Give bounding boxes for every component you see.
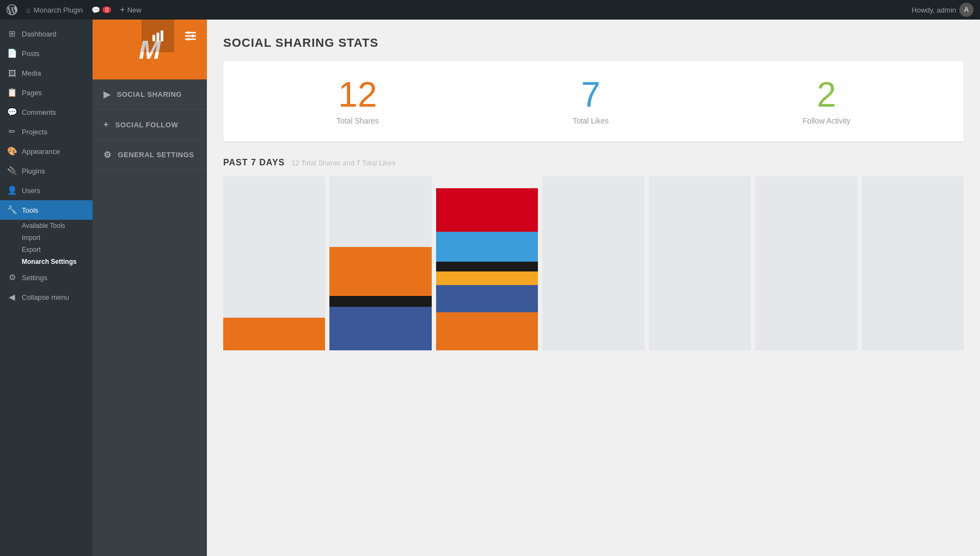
sidebar-item-plugins[interactable]: 🔌 Plugins bbox=[0, 161, 93, 181]
new-item-link[interactable]: + New bbox=[120, 5, 141, 15]
media-icon: 🖼 bbox=[7, 67, 17, 78]
past7-subtitle: 12 Total Shares and 7 Total Likes bbox=[291, 159, 395, 167]
plugins-icon: 🔌 bbox=[7, 165, 17, 176]
main-content: SOCIAL SHARING STATS 12 Total Shares 7 T… bbox=[207, 20, 980, 556]
settings-icon: ⚙ bbox=[7, 272, 17, 283]
admin-bar-right: Howdy, admin A bbox=[912, 3, 973, 17]
bar-color-segment bbox=[436, 271, 538, 285]
sidebar-label-pages: Pages bbox=[22, 89, 42, 97]
sidebar-item-media[interactable]: 🖼 Media bbox=[0, 63, 93, 83]
site-name-text: Monarch Plugin bbox=[34, 6, 83, 14]
howdy-label: Howdy, admin bbox=[912, 6, 956, 14]
sidebar-sub-export[interactable]: Export bbox=[0, 244, 93, 256]
bar-empty-segment bbox=[223, 176, 325, 318]
monarch-header-icons bbox=[142, 20, 207, 52]
sidebar-label-settings: Settings bbox=[22, 274, 47, 282]
past7-header: PAST 7 DAYS 12 Total Shares and 7 Total … bbox=[223, 158, 964, 168]
total-likes-label: Total Likes bbox=[573, 116, 609, 125]
social-sharing-icon: ▶ bbox=[103, 89, 111, 100]
total-shares-label: Total Shares bbox=[336, 116, 379, 125]
sidebar-label-appearance: Appearance bbox=[22, 147, 60, 156]
sidebar-item-projects[interactable]: ✏ Projects bbox=[0, 122, 93, 141]
follow-activity-label: Follow Activity bbox=[803, 116, 850, 125]
chart-bar bbox=[542, 176, 644, 350]
comments-icon: 💬 bbox=[7, 107, 17, 118]
sidebar-item-posts[interactable]: 📄 Posts bbox=[0, 44, 93, 63]
bar-empty-segment bbox=[862, 176, 964, 350]
bar-color-segment bbox=[436, 262, 538, 271]
stat-follow-activity: 2 Follow Activity bbox=[803, 77, 850, 125]
sidebar-label-users: Users bbox=[22, 187, 40, 195]
tools-icon: 🔧 bbox=[7, 205, 17, 215]
bar-color-segment bbox=[436, 232, 538, 262]
sidebar-label-projects: Projects bbox=[22, 128, 47, 136]
chart-bar bbox=[755, 176, 857, 350]
stat-total-shares: 12 Total Shares bbox=[336, 77, 379, 125]
svg-point-5 bbox=[187, 38, 190, 41]
sidebar-label-comments: Comments bbox=[22, 108, 56, 116]
howdy-text[interactable]: Howdy, admin A bbox=[912, 3, 973, 17]
monarch-nav-social-sharing[interactable]: ▶ SOCIAL SHARING bbox=[93, 79, 207, 110]
sidebar-label-media: Media bbox=[22, 69, 41, 77]
chart-bar-wrapper bbox=[223, 176, 325, 350]
follow-activity-value: 2 bbox=[803, 77, 850, 112]
monarch-sidebar: M bbox=[93, 20, 207, 556]
bar-color-segment bbox=[436, 285, 538, 312]
comment-bubble-icon: 💬 bbox=[91, 6, 100, 14]
bar-empty-segment bbox=[329, 176, 431, 247]
plus-icon: + bbox=[120, 5, 125, 15]
dashboard-icon: ⊞ bbox=[7, 28, 17, 39]
sidebar-sub-available-tools[interactable]: Available Tools bbox=[0, 220, 93, 232]
chart-bar-wrapper bbox=[436, 176, 538, 350]
monarch-nav-social-follow[interactable]: + SOCIAL FOLLOW bbox=[93, 110, 207, 140]
bar-empty-segment bbox=[649, 176, 751, 350]
sidebar-item-collapse[interactable]: ◀ Collapse menu bbox=[0, 287, 93, 307]
sidebar-label-tools: Tools bbox=[22, 206, 38, 214]
chart-bar-wrapper bbox=[329, 176, 431, 350]
sidebar-sub-monarch[interactable]: Monarch Settings bbox=[0, 256, 93, 268]
total-shares-value: 12 bbox=[336, 77, 379, 112]
svg-point-4 bbox=[192, 35, 194, 38]
sidebar-item-tools[interactable]: 🔧 Tools bbox=[0, 200, 93, 220]
bar-empty-segment bbox=[755, 176, 857, 350]
svg-rect-2 bbox=[161, 30, 163, 41]
monarch-header: M bbox=[93, 20, 207, 79]
chart-bar bbox=[436, 176, 538, 350]
chart-bar-wrapper bbox=[649, 176, 751, 350]
general-settings-icon: ⚙ bbox=[103, 150, 112, 160]
bar-color-segment bbox=[436, 312, 538, 350]
appearance-icon: 🎨 bbox=[7, 146, 17, 157]
sidebar-item-users[interactable]: 👤 Users bbox=[0, 181, 93, 200]
chart-bar-wrapper bbox=[542, 176, 644, 350]
svg-rect-0 bbox=[152, 35, 155, 41]
sidebar-label-collapse: Collapse menu bbox=[22, 293, 69, 301]
stats-section: 12 Total Shares 7 Total Likes 2 Follow A… bbox=[223, 61, 964, 141]
chart-bar-wrapper bbox=[755, 176, 857, 350]
sidebar-sub-import[interactable]: Import bbox=[0, 232, 93, 244]
bar-chart-button[interactable] bbox=[142, 20, 174, 52]
admin-bar: ⌂ Monarch Plugin 💬 0 + New Howdy, admin … bbox=[0, 0, 980, 20]
sidebar-item-settings[interactable]: ⚙ Settings bbox=[0, 268, 93, 287]
users-icon: 👤 bbox=[7, 185, 17, 196]
wp-logo-icon[interactable] bbox=[7, 4, 17, 15]
chart-bar bbox=[223, 176, 325, 350]
comments-link[interactable]: 💬 0 bbox=[91, 6, 111, 14]
monarch-nav-general-settings[interactable]: ⚙ GENERAL SETTINGS bbox=[93, 140, 207, 170]
sidebar-item-dashboard[interactable]: ⊞ Dashboard bbox=[0, 24, 93, 44]
bar-color-segment bbox=[329, 296, 431, 307]
page-title: SOCIAL SHARING STATS bbox=[223, 36, 964, 50]
bar-color-segment bbox=[436, 188, 538, 232]
general-settings-label: GENERAL SETTINGS bbox=[118, 151, 194, 159]
home-icon: ⌂ bbox=[26, 6, 30, 14]
sidebar-item-appearance[interactable]: 🎨 Appearance bbox=[0, 141, 93, 161]
sidebar-item-comments[interactable]: 💬 Comments bbox=[0, 102, 93, 122]
sidebar-item-pages[interactable]: 📋 Pages bbox=[0, 83, 93, 102]
settings-alt-button[interactable] bbox=[174, 20, 207, 52]
admin-bar-left: ⌂ Monarch Plugin 💬 0 + New bbox=[7, 4, 142, 15]
total-likes-value: 7 bbox=[573, 77, 609, 112]
past7-title: PAST 7 DAYS bbox=[223, 158, 285, 168]
chart-bar-wrapper bbox=[862, 176, 964, 350]
content-area: M bbox=[93, 20, 980, 556]
site-name[interactable]: ⌂ Monarch Plugin bbox=[26, 6, 83, 14]
sidebar-label-posts: Posts bbox=[22, 50, 40, 58]
